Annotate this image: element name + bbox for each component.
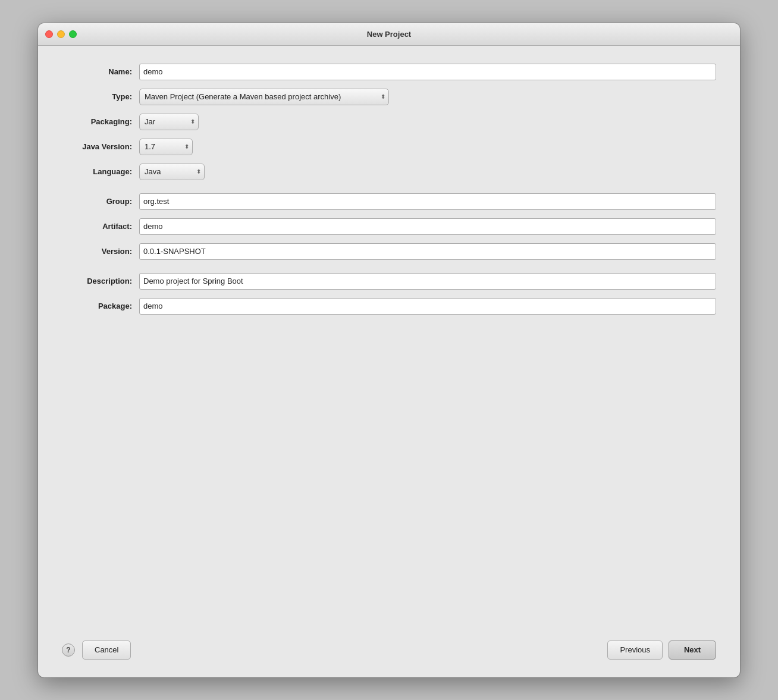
group-row: Group: (62, 193, 716, 210)
title-bar: New Project (38, 23, 740, 46)
window-controls (45, 30, 77, 38)
packaging-row: Packaging: Jar War (62, 114, 716, 130)
cancel-button[interactable]: Cancel (82, 641, 131, 660)
java-version-select-wrapper: 1.7 1.8 11 17 (139, 139, 193, 155)
package-row: Package: (62, 298, 716, 315)
description-label: Description: (62, 277, 139, 285)
close-button[interactable] (45, 30, 53, 38)
package-input[interactable] (139, 298, 716, 315)
java-version-select[interactable]: 1.7 1.8 11 17 (139, 139, 193, 155)
description-row: Description: (62, 273, 716, 290)
language-select-wrapper: Java Kotlin Groovy (139, 164, 205, 180)
version-row: Version: (62, 243, 716, 260)
type-label: Type: (62, 92, 139, 101)
artifact-row: Artifact: (62, 218, 716, 235)
help-button[interactable]: ? (62, 644, 75, 657)
package-label: Package: (62, 302, 139, 310)
language-select[interactable]: Java Kotlin Groovy (139, 164, 205, 180)
packaging-select-wrapper: Jar War (139, 114, 199, 130)
name-label: Name: (62, 67, 139, 76)
version-input[interactable] (139, 243, 716, 260)
packaging-label: Packaging: (62, 117, 139, 126)
form-area: Name: Type: Maven Project (Generate a Ma… (62, 64, 716, 631)
minimize-button[interactable] (57, 30, 65, 38)
window-title: New Project (367, 30, 411, 39)
maximize-button[interactable] (69, 30, 77, 38)
type-select[interactable]: Maven Project (Generate a Maven based pr… (139, 89, 389, 105)
type-row: Type: Maven Project (Generate a Maven ba… (62, 89, 716, 105)
artifact-input[interactable] (139, 218, 716, 235)
next-button[interactable]: Next (669, 641, 716, 660)
packaging-select[interactable]: Jar War (139, 114, 199, 130)
version-label: Version: (62, 247, 139, 256)
java-version-label: Java Version: (62, 142, 139, 151)
footer-left: ? Cancel (62, 641, 131, 660)
type-select-wrapper: Maven Project (Generate a Maven based pr… (139, 89, 389, 105)
group-input[interactable] (139, 193, 716, 210)
language-row: Language: Java Kotlin Groovy (62, 164, 716, 180)
new-project-dialog: New Project Name: Type: Maven Project (G… (38, 23, 740, 677)
dialog-footer: ? Cancel Previous Next (62, 631, 716, 666)
footer-right: Previous Next (607, 641, 716, 660)
previous-button[interactable]: Previous (607, 641, 663, 660)
name-row: Name: (62, 64, 716, 80)
description-input[interactable] (139, 273, 716, 290)
dialog-content: Name: Type: Maven Project (Generate a Ma… (38, 46, 740, 677)
name-input[interactable] (139, 64, 716, 80)
java-version-row: Java Version: 1.7 1.8 11 17 (62, 139, 716, 155)
language-label: Language: (62, 167, 139, 176)
artifact-label: Artifact: (62, 222, 139, 231)
group-label: Group: (62, 197, 139, 206)
